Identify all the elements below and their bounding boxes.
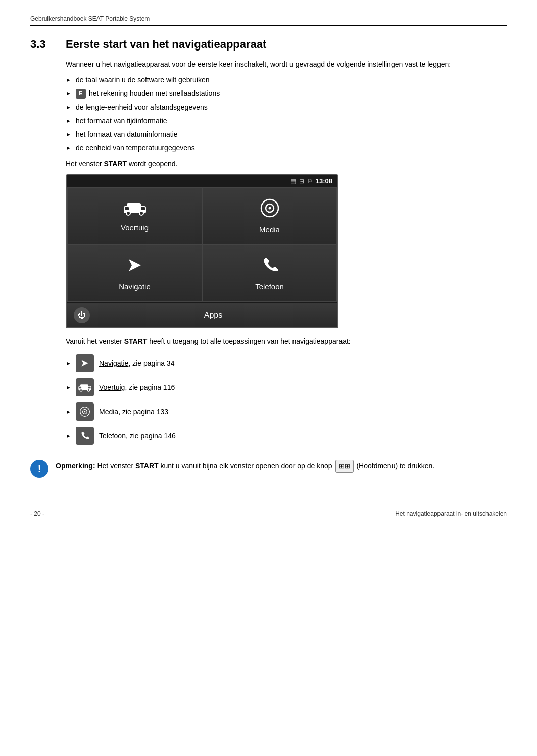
bullet-text-2: het rekening houden met snellaadstations [89,88,220,99]
note-text-end: te drukken. [400,462,434,470]
note-box: ! Opmerking: Het venster START kunt u va… [30,452,507,485]
power-button[interactable]: ⏻ [74,307,90,323]
list-item: ► het formaat van tijdinformatie [66,116,507,126]
apps-label: Apps [96,311,330,320]
list-item: ► het formaat van datuminformatie [66,129,507,140]
note-text-after: kunt u vanuit bijna elk venster openen d… [160,462,334,470]
section-title-row: 3.3 Eerste start van het navigatieappara… [30,38,507,51]
battery-icon: ▤ [290,178,296,185]
window-start-prefix: Het venster [66,160,104,168]
bullet-text-6: de eenheid van temperatuurgegevens [76,143,195,154]
note-icon: ! [30,460,48,478]
telefoon-label: Telefoon [255,282,284,291]
header-bar: Gebruikershandboek SEAT Portable System [30,15,507,26]
bullet-text-3: de lengte-eenheid voor afstandsgegevens [76,102,208,113]
telefoon-cell[interactable]: Telefoon [203,245,336,301]
navigatie-link[interactable]: Navigatie [99,359,128,367]
svg-rect-10 [80,384,88,387]
svg-point-12 [87,389,90,391]
svg-point-17 [84,411,86,413]
phone-icon [260,255,280,278]
note-link-text[interactable]: (Hoofdmenu) [356,462,398,470]
media-mini-icon [76,402,94,421]
svg-rect-5 [141,207,145,210]
header-text: Gebruikershandboek SEAT Portable System [30,15,150,22]
bluetooth-icon: ⚐ [307,178,313,185]
telefoon-page: , zie pagina 146 [126,432,176,440]
svg-point-3 [139,211,143,215]
main-grid: Voertuig Media [67,187,337,302]
telefoon-link[interactable]: Telefoon [99,432,126,440]
svg-point-2 [126,211,130,215]
list-item: ► de taal waarin u de software wilt gebr… [66,75,507,85]
second-paragraph: Vanuit het venster START heeft u toegang… [66,336,507,347]
footer: - 20 - Het navigatieapparaat in- en uits… [30,506,507,517]
media-page: , zie pagina 133 [118,408,168,416]
window-start-text: Het venster START wordt geopend. [66,159,507,169]
second-para-prefix: Vanuit het venster [66,337,124,345]
svg-point-8 [268,207,271,210]
bullet-arrow-icon: ► [66,144,72,153]
navigatie-cell[interactable]: Navigatie [68,245,202,301]
bullet-text-4: het formaat van tijdinformatie [76,116,167,126]
list-item: ► de lengte-eenheid voor afstandsgegeven… [66,102,507,113]
window-start-bold: START [104,160,127,168]
footer-page-right: Het navigatieapparaat in- en uitschakele… [395,510,507,517]
nav-mini-icon [76,354,94,372]
note-bold-start: Opmerking: [56,462,95,470]
note-bold-middle: START [135,462,159,470]
bullet-arrow-icon: ► [66,103,72,112]
note-text-middle: Het venster [97,462,135,470]
bottom-bar: ⏻ Apps [67,303,337,327]
media-icon [260,198,280,221]
voertuig-cell[interactable]: Voertuig [68,188,202,244]
list-item: ► Media, zie pagina 133 [66,402,507,421]
e-badge-icon: E [76,89,86,99]
bullet-arrow-icon: ► [66,130,72,139]
bullet-text-5: het formaat van datuminformatie [76,129,178,140]
media-label: Media [259,225,280,234]
media-cell[interactable]: Media [203,188,336,244]
bullet-text-1: de taal waarin u de software wilt gebrui… [76,75,210,85]
list-item: ► de eenheid van temperatuurgegevens [66,143,507,154]
bullet-list: ► de taal waarin u de software wilt gebr… [66,75,507,154]
list-item: ► Navigatie, zie pagina 34 [66,354,507,372]
list-item: ► Telefoon, zie pagina 146 [66,427,507,445]
status-bar: ▤ ⊟ ⚐ 13:08 [67,175,337,187]
note-text: Opmerking: Het venster START kunt u vanu… [56,460,434,473]
bullet-arrow-icon: ► [66,409,72,415]
second-para-bold: START [124,337,148,345]
section-title: Eerste start van het navigatieapparaat [66,38,266,51]
footer-page-left: - 20 - [30,510,44,517]
nav-icon [125,255,145,278]
nav-screen: ▤ ⊟ ⚐ 13:08 [66,174,338,328]
nav-screen-container: ▤ ⊟ ⚐ 13:08 [66,174,507,328]
svg-rect-13 [79,387,81,388]
bullet-arrow-icon: ► [66,117,72,125]
signal-icon: ⊟ [299,178,304,185]
voertuig-label: Voertuig [121,223,149,232]
bullet-arrow-icon: ► [66,76,72,84]
status-time: 13:08 [316,177,332,185]
svg-point-11 [80,389,82,391]
list-item: ► E het rekening houden met snellaadstat… [66,88,507,99]
navigatie-label: Navigatie [119,282,151,291]
bullet-arrow-icon: ► [66,89,72,98]
app-icon-list: ► Navigatie, zie pagina 34 ► [66,354,507,445]
page-wrapper: Gebruikershandboek SEAT Portable System … [0,0,537,756]
navigatie-page: , zie pagina 34 [128,359,174,367]
bullet-arrow-icon: ► [66,384,72,390]
bullet-arrow-icon: ► [66,433,72,439]
svg-rect-4 [125,207,129,210]
voertuig-page: , zie pagina 116 [125,383,175,391]
power-icon: ⏻ [78,311,86,320]
svg-rect-14 [88,387,91,388]
phone-mini-icon [76,427,94,445]
main-menu-kbd-icon: ⊞⊞ [335,460,354,473]
voertuig-link[interactable]: Voertuig [99,383,125,391]
intro-text: Wanneer u het navigatieapparaat voor de … [66,59,507,70]
svg-rect-1 [127,203,141,208]
car-icon [122,200,148,219]
list-item: ► Voertuig, zie pagina 116 [66,378,507,396]
media-link[interactable]: Media [99,408,118,416]
